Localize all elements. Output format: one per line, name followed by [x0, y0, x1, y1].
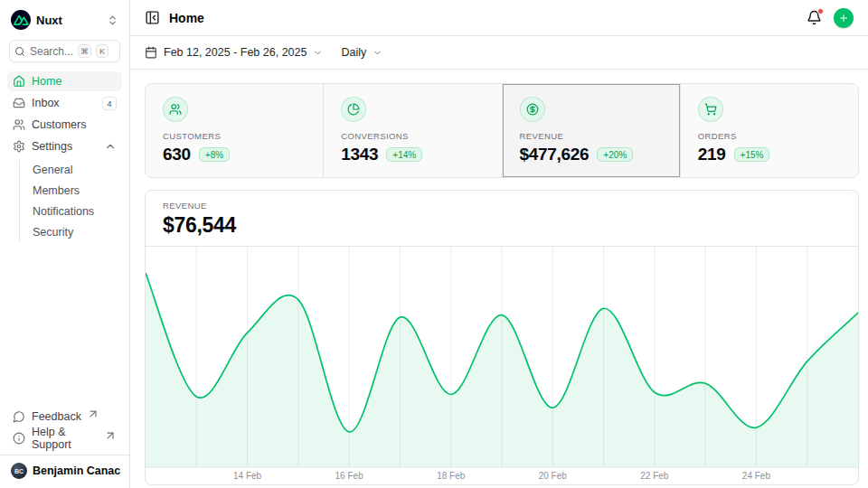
chart-title: REVENUE — [163, 201, 841, 211]
avatar: BC — [11, 463, 27, 479]
shopping-cart-icon-circle — [698, 97, 723, 122]
shopping-cart-icon — [704, 103, 717, 116]
stat-card-orders[interactable]: ORDERS219+15% — [681, 84, 858, 177]
sidebar-item-feedback[interactable]: Feedback — [7, 407, 122, 427]
message-icon — [13, 410, 25, 423]
main-area: Home Feb 12, 2025 - Feb 26, 2025 Daily — [130, 0, 868, 488]
inbox-icon — [13, 97, 25, 109]
revenue-area-chart[interactable]: 14 Feb16 Feb18 Feb20 Feb22 Feb24 Feb — [146, 247, 858, 484]
sidebar-subitem-notifications[interactable]: Notifications — [31, 202, 122, 221]
svg-text:18 Feb: 18 Feb — [437, 471, 466, 481]
sidebar-item-home[interactable]: Home — [7, 71, 122, 91]
kbd-cmd: ⌘ — [78, 44, 91, 58]
date-range-label: Feb 12, 2025 - Feb 26, 2025 — [164, 46, 307, 59]
chevron-down-icon — [373, 48, 382, 58]
circle-dollar-icon-circle — [520, 97, 545, 122]
stat-value: 1343 — [341, 145, 378, 164]
workspace-switcher[interactable]: Nuxt — [7, 8, 122, 32]
sidebar-subitem-members[interactable]: Members — [31, 181, 122, 200]
page-content: CUSTOMERS630+8%CONVERSIONS1343+14%REVENU… — [130, 70, 868, 485]
sidebar: Nuxt Search... ⌘ K HomeInbox4CustomersSe… — [0, 0, 130, 488]
stat-value-row: $477,626+20% — [520, 145, 663, 164]
sidebar-item-label: Settings — [32, 140, 72, 153]
stats-panel: CUSTOMERS630+8%CONVERSIONS1343+14%REVENU… — [145, 83, 859, 178]
date-range-picker[interactable]: Feb 12, 2025 - Feb 26, 2025 — [145, 46, 323, 59]
stat-value-row: 630+8% — [163, 145, 306, 164]
collapse-sidebar-button[interactable] — [145, 10, 160, 25]
stat-value-row: 219+15% — [698, 145, 841, 164]
stat-value-row: 1343+14% — [341, 145, 484, 164]
sidebar-item-label: Inbox — [32, 97, 60, 109]
kbd-k: K — [96, 44, 108, 58]
chevron-down-icon — [313, 48, 323, 58]
users-icon — [169, 103, 182, 116]
users-icon — [13, 118, 25, 131]
revenue-chart-card: REVENUE $76,544 14 Feb16 Feb18 Feb20 Feb… — [145, 190, 859, 485]
stat-label: ORDERS — [698, 131, 841, 141]
filters-toolbar: Feb 12, 2025 - Feb 26, 2025 Daily — [130, 36, 868, 70]
sidebar-subitem-security[interactable]: Security — [31, 222, 122, 241]
sidebar-item-label: Help & Support — [32, 426, 99, 451]
sidebar-item-settings[interactable]: Settings — [7, 136, 122, 156]
settings-icon — [13, 140, 25, 153]
sidebar-item-label: Customers — [32, 118, 86, 131]
chevron-up-icon — [104, 140, 117, 153]
stat-card-conversions[interactable]: CONVERSIONS1343+14% — [324, 84, 502, 177]
arrow-up-right-icon — [104, 429, 117, 442]
user-menu[interactable]: BC Benjamin Canac — [7, 455, 122, 483]
stat-delta-badge: +20% — [597, 147, 633, 162]
sidebar-item-label: Home — [32, 75, 61, 88]
sidebar-footer: FeedbackHelp & Support — [7, 407, 122, 448]
stat-delta-badge: +8% — [199, 147, 230, 162]
stat-card-revenue[interactable]: REVENUE$477,626+20% — [503, 84, 681, 177]
page-title: Home — [169, 11, 204, 25]
chart-current-value: $76,544 — [163, 213, 841, 238]
chart-pie-icon-circle — [341, 97, 366, 122]
svg-text:24 Feb: 24 Feb — [742, 471, 771, 481]
sidebar-item-help-support[interactable]: Help & Support — [7, 428, 122, 448]
arrow-up-right-icon — [87, 408, 99, 420]
chart-x-axis-labels: 14 Feb16 Feb18 Feb20 Feb22 Feb24 Feb — [233, 471, 770, 481]
stat-value: $477,626 — [520, 145, 590, 164]
sidebar-item-inbox[interactable]: Inbox4 — [7, 93, 122, 113]
stat-delta-badge: +14% — [386, 147, 422, 162]
notification-dot — [817, 8, 824, 14]
search-input[interactable]: Search... ⌘ K — [9, 40, 120, 62]
sidebar-item-label: Feedback — [32, 410, 81, 423]
plus-icon — [838, 13, 849, 23]
period-select[interactable]: Daily — [341, 46, 382, 59]
user-name: Benjamin Canac — [33, 465, 120, 477]
add-button[interactable] — [834, 8, 854, 28]
sidebar-subitem-general[interactable]: General — [31, 160, 122, 179]
stat-card-customers[interactable]: CUSTOMERS630+8% — [146, 84, 324, 177]
calendar-icon — [145, 46, 157, 59]
svg-text:16 Feb: 16 Feb — [335, 471, 364, 481]
notifications-button[interactable] — [807, 10, 822, 25]
info-icon — [13, 432, 25, 445]
stat-value: 219 — [698, 145, 726, 164]
sidebar-item-customers[interactable]: Customers — [7, 115, 122, 135]
top-header: Home — [130, 0, 868, 36]
chevrons-up-down-icon — [107, 14, 118, 26]
chart-header: REVENUE $76,544 — [146, 191, 858, 246]
sidebar-nav: HomeInbox4CustomersSettingsGeneralMember… — [7, 71, 122, 243]
circle-dollar-icon — [526, 103, 539, 116]
sidebar-subnav-settings: GeneralMembersNotificationsSecurity — [19, 160, 122, 241]
search-placeholder: Search... — [30, 45, 73, 58]
stat-label: CONVERSIONS — [341, 131, 484, 141]
nuxt-logo-icon — [11, 10, 31, 30]
stat-delta-badge: +15% — [734, 147, 770, 162]
header-actions — [807, 8, 854, 28]
svg-text:14 Feb: 14 Feb — [233, 471, 262, 481]
chart-pie-icon — [347, 103, 360, 116]
users-icon-circle — [163, 97, 188, 122]
home-icon — [13, 75, 25, 88]
stat-value: 630 — [163, 145, 191, 164]
stat-label: REVENUE — [520, 131, 663, 141]
search-icon — [14, 46, 25, 57]
svg-text:20 Feb: 20 Feb — [539, 471, 568, 481]
workspace-name: Nuxt — [36, 14, 62, 27]
app-window: Nuxt Search... ⌘ K HomeInbox4CustomersSe… — [0, 0, 868, 488]
svg-text:22 Feb: 22 Feb — [640, 471, 669, 481]
stat-label: CUSTOMERS — [163, 131, 306, 141]
